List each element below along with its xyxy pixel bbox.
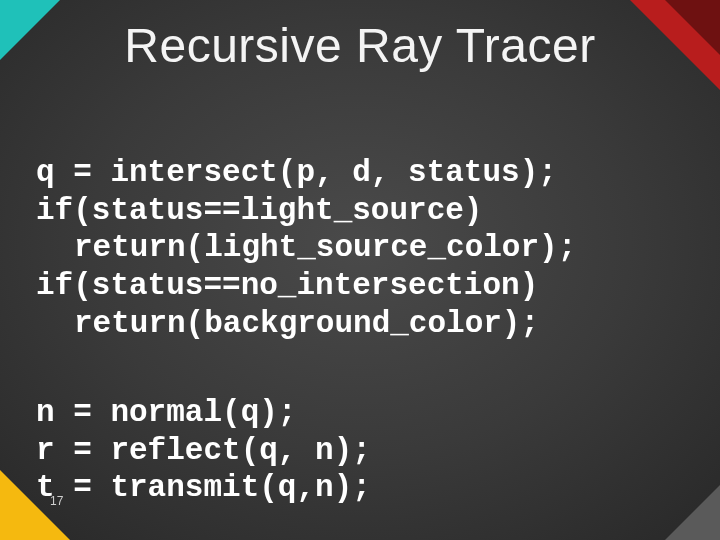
code-line: r = reflect(q, n); [36, 433, 371, 468]
code-line: if(status==no_intersection) [36, 268, 538, 303]
code-line: return(background_color); [36, 305, 539, 343]
code-line: return(light_source_color); [36, 229, 576, 267]
corner-accent-bottom-right [665, 485, 720, 540]
code-line: q = intersect(p, d, status); [36, 155, 557, 190]
code-block-2: n = normal(q); r = reflect(q, n); t = tr… [36, 356, 371, 507]
code-line: t = transmit(q,n); [36, 470, 371, 505]
code-block-1: q = intersect(p, d, status); if(status==… [36, 116, 576, 343]
slide-number: 17 [50, 494, 63, 508]
code-line: if(status==light_source) [36, 193, 482, 228]
code-line: n = normal(q); [36, 395, 296, 430]
slide-title: Recursive Ray Tracer [0, 18, 720, 73]
